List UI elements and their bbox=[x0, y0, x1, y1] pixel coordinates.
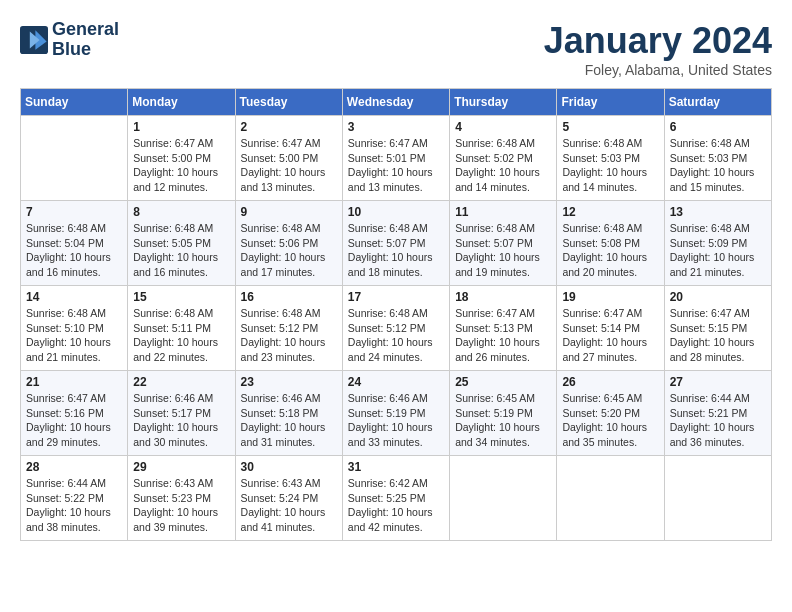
day-info: Sunrise: 6:48 AM Sunset: 5:04 PM Dayligh… bbox=[26, 221, 122, 280]
calendar-body: 1Sunrise: 6:47 AM Sunset: 5:00 PM Daylig… bbox=[21, 116, 772, 541]
calendar-cell: 29Sunrise: 6:43 AM Sunset: 5:23 PM Dayli… bbox=[128, 456, 235, 541]
day-number: 27 bbox=[670, 375, 766, 389]
calendar-day-header: Tuesday bbox=[235, 89, 342, 116]
day-info: Sunrise: 6:45 AM Sunset: 5:19 PM Dayligh… bbox=[455, 391, 551, 450]
calendar-week-row: 28Sunrise: 6:44 AM Sunset: 5:22 PM Dayli… bbox=[21, 456, 772, 541]
day-number: 30 bbox=[241, 460, 337, 474]
day-number: 23 bbox=[241, 375, 337, 389]
month-title: January 2024 bbox=[544, 20, 772, 62]
day-number: 1 bbox=[133, 120, 229, 134]
day-number: 14 bbox=[26, 290, 122, 304]
calendar-day-header: Monday bbox=[128, 89, 235, 116]
day-info: Sunrise: 6:48 AM Sunset: 5:02 PM Dayligh… bbox=[455, 136, 551, 195]
calendar-cell: 9Sunrise: 6:48 AM Sunset: 5:06 PM Daylig… bbox=[235, 201, 342, 286]
day-info: Sunrise: 6:47 AM Sunset: 5:00 PM Dayligh… bbox=[133, 136, 229, 195]
day-number: 18 bbox=[455, 290, 551, 304]
calendar-cell: 21Sunrise: 6:47 AM Sunset: 5:16 PM Dayli… bbox=[21, 371, 128, 456]
location: Foley, Alabama, United States bbox=[544, 62, 772, 78]
day-number: 6 bbox=[670, 120, 766, 134]
calendar-cell: 5Sunrise: 6:48 AM Sunset: 5:03 PM Daylig… bbox=[557, 116, 664, 201]
day-number: 10 bbox=[348, 205, 444, 219]
day-number: 4 bbox=[455, 120, 551, 134]
calendar-day-header: Sunday bbox=[21, 89, 128, 116]
calendar-cell bbox=[21, 116, 128, 201]
calendar-cell bbox=[664, 456, 771, 541]
calendar-week-row: 7Sunrise: 6:48 AM Sunset: 5:04 PM Daylig… bbox=[21, 201, 772, 286]
day-info: Sunrise: 6:42 AM Sunset: 5:25 PM Dayligh… bbox=[348, 476, 444, 535]
calendar-cell: 10Sunrise: 6:48 AM Sunset: 5:07 PM Dayli… bbox=[342, 201, 449, 286]
day-info: Sunrise: 6:47 AM Sunset: 5:01 PM Dayligh… bbox=[348, 136, 444, 195]
day-number: 31 bbox=[348, 460, 444, 474]
logo-line2: Blue bbox=[52, 40, 119, 60]
calendar-header-row: SundayMondayTuesdayWednesdayThursdayFrid… bbox=[21, 89, 772, 116]
calendar-cell: 6Sunrise: 6:48 AM Sunset: 5:03 PM Daylig… bbox=[664, 116, 771, 201]
day-info: Sunrise: 6:48 AM Sunset: 5:08 PM Dayligh… bbox=[562, 221, 658, 280]
calendar-cell: 16Sunrise: 6:48 AM Sunset: 5:12 PM Dayli… bbox=[235, 286, 342, 371]
day-number: 24 bbox=[348, 375, 444, 389]
calendar-day-header: Wednesday bbox=[342, 89, 449, 116]
day-number: 15 bbox=[133, 290, 229, 304]
calendar-week-row: 21Sunrise: 6:47 AM Sunset: 5:16 PM Dayli… bbox=[21, 371, 772, 456]
day-number: 11 bbox=[455, 205, 551, 219]
day-info: Sunrise: 6:46 AM Sunset: 5:18 PM Dayligh… bbox=[241, 391, 337, 450]
day-number: 13 bbox=[670, 205, 766, 219]
day-info: Sunrise: 6:47 AM Sunset: 5:16 PM Dayligh… bbox=[26, 391, 122, 450]
calendar-cell: 15Sunrise: 6:48 AM Sunset: 5:11 PM Dayli… bbox=[128, 286, 235, 371]
calendar-cell: 26Sunrise: 6:45 AM Sunset: 5:20 PM Dayli… bbox=[557, 371, 664, 456]
calendar-cell: 13Sunrise: 6:48 AM Sunset: 5:09 PM Dayli… bbox=[664, 201, 771, 286]
calendar-cell: 18Sunrise: 6:47 AM Sunset: 5:13 PM Dayli… bbox=[450, 286, 557, 371]
calendar-cell: 12Sunrise: 6:48 AM Sunset: 5:08 PM Dayli… bbox=[557, 201, 664, 286]
day-info: Sunrise: 6:48 AM Sunset: 5:07 PM Dayligh… bbox=[455, 221, 551, 280]
day-info: Sunrise: 6:48 AM Sunset: 5:10 PM Dayligh… bbox=[26, 306, 122, 365]
calendar-cell: 23Sunrise: 6:46 AM Sunset: 5:18 PM Dayli… bbox=[235, 371, 342, 456]
calendar-cell bbox=[557, 456, 664, 541]
calendar-cell: 8Sunrise: 6:48 AM Sunset: 5:05 PM Daylig… bbox=[128, 201, 235, 286]
day-info: Sunrise: 6:44 AM Sunset: 5:21 PM Dayligh… bbox=[670, 391, 766, 450]
day-info: Sunrise: 6:43 AM Sunset: 5:24 PM Dayligh… bbox=[241, 476, 337, 535]
day-info: Sunrise: 6:48 AM Sunset: 5:12 PM Dayligh… bbox=[241, 306, 337, 365]
calendar-cell: 4Sunrise: 6:48 AM Sunset: 5:02 PM Daylig… bbox=[450, 116, 557, 201]
calendar-cell: 1Sunrise: 6:47 AM Sunset: 5:00 PM Daylig… bbox=[128, 116, 235, 201]
day-info: Sunrise: 6:46 AM Sunset: 5:19 PM Dayligh… bbox=[348, 391, 444, 450]
calendar-cell: 31Sunrise: 6:42 AM Sunset: 5:25 PM Dayli… bbox=[342, 456, 449, 541]
calendar-cell bbox=[450, 456, 557, 541]
calendar-day-header: Friday bbox=[557, 89, 664, 116]
day-number: 25 bbox=[455, 375, 551, 389]
calendar-cell: 14Sunrise: 6:48 AM Sunset: 5:10 PM Dayli… bbox=[21, 286, 128, 371]
day-info: Sunrise: 6:47 AM Sunset: 5:14 PM Dayligh… bbox=[562, 306, 658, 365]
day-info: Sunrise: 6:48 AM Sunset: 5:07 PM Dayligh… bbox=[348, 221, 444, 280]
calendar-cell: 25Sunrise: 6:45 AM Sunset: 5:19 PM Dayli… bbox=[450, 371, 557, 456]
day-number: 3 bbox=[348, 120, 444, 134]
calendar-cell: 24Sunrise: 6:46 AM Sunset: 5:19 PM Dayli… bbox=[342, 371, 449, 456]
day-info: Sunrise: 6:47 AM Sunset: 5:15 PM Dayligh… bbox=[670, 306, 766, 365]
title-block: January 2024 Foley, Alabama, United Stat… bbox=[544, 20, 772, 78]
calendar-cell: 7Sunrise: 6:48 AM Sunset: 5:04 PM Daylig… bbox=[21, 201, 128, 286]
logo: General Blue bbox=[20, 20, 119, 60]
calendar-cell: 11Sunrise: 6:48 AM Sunset: 5:07 PM Dayli… bbox=[450, 201, 557, 286]
day-number: 17 bbox=[348, 290, 444, 304]
day-info: Sunrise: 6:48 AM Sunset: 5:03 PM Dayligh… bbox=[562, 136, 658, 195]
calendar-week-row: 14Sunrise: 6:48 AM Sunset: 5:10 PM Dayli… bbox=[21, 286, 772, 371]
page-header: General Blue January 2024 Foley, Alabama… bbox=[20, 20, 772, 78]
calendar-day-header: Saturday bbox=[664, 89, 771, 116]
day-info: Sunrise: 6:46 AM Sunset: 5:17 PM Dayligh… bbox=[133, 391, 229, 450]
day-info: Sunrise: 6:48 AM Sunset: 5:03 PM Dayligh… bbox=[670, 136, 766, 195]
calendar-cell: 17Sunrise: 6:48 AM Sunset: 5:12 PM Dayli… bbox=[342, 286, 449, 371]
calendar-day-header: Thursday bbox=[450, 89, 557, 116]
calendar-cell: 30Sunrise: 6:43 AM Sunset: 5:24 PM Dayli… bbox=[235, 456, 342, 541]
day-info: Sunrise: 6:48 AM Sunset: 5:12 PM Dayligh… bbox=[348, 306, 444, 365]
calendar-cell: 20Sunrise: 6:47 AM Sunset: 5:15 PM Dayli… bbox=[664, 286, 771, 371]
calendar-cell: 2Sunrise: 6:47 AM Sunset: 5:00 PM Daylig… bbox=[235, 116, 342, 201]
day-number: 19 bbox=[562, 290, 658, 304]
day-number: 5 bbox=[562, 120, 658, 134]
day-info: Sunrise: 6:48 AM Sunset: 5:11 PM Dayligh… bbox=[133, 306, 229, 365]
day-info: Sunrise: 6:47 AM Sunset: 5:13 PM Dayligh… bbox=[455, 306, 551, 365]
day-number: 28 bbox=[26, 460, 122, 474]
calendar-cell: 3Sunrise: 6:47 AM Sunset: 5:01 PM Daylig… bbox=[342, 116, 449, 201]
day-info: Sunrise: 6:47 AM Sunset: 5:00 PM Dayligh… bbox=[241, 136, 337, 195]
day-info: Sunrise: 6:48 AM Sunset: 5:06 PM Dayligh… bbox=[241, 221, 337, 280]
calendar-cell: 27Sunrise: 6:44 AM Sunset: 5:21 PM Dayli… bbox=[664, 371, 771, 456]
day-number: 8 bbox=[133, 205, 229, 219]
day-number: 9 bbox=[241, 205, 337, 219]
day-info: Sunrise: 6:48 AM Sunset: 5:09 PM Dayligh… bbox=[670, 221, 766, 280]
